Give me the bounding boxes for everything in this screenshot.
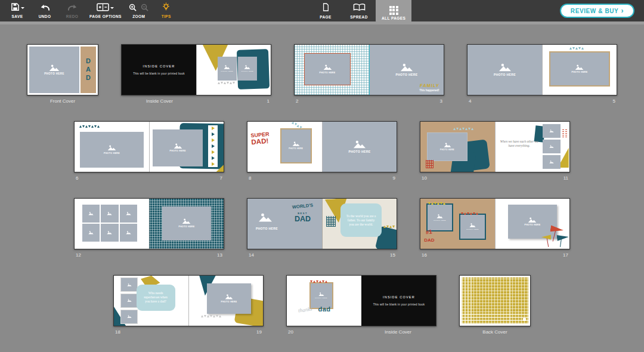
photo-placeholder[interactable]: PHOTO HERE xyxy=(153,129,203,166)
page-options-button[interactable]: PAGE OPTIONS xyxy=(86,0,125,21)
photo-placeholder[interactable]: PHOTO HERE xyxy=(207,283,251,313)
tab-all-pages[interactable]: ALL PAGES xyxy=(376,0,411,24)
page-16[interactable]: PHOTO HERE PHOTO HERE #1 DAD xyxy=(420,199,495,249)
save-button[interactable]: SAVE xyxy=(4,0,31,21)
photo-placeholder[interactable] xyxy=(543,140,561,153)
page-2[interactable]: PHOTO HERE xyxy=(295,45,369,95)
spread-pages: INSIDE COVER This will be blank in your … xyxy=(121,44,271,95)
cover-title: DAD xyxy=(85,57,92,82)
photo-placeholder-icon xyxy=(549,160,554,163)
save-icon xyxy=(11,2,20,14)
photo-placeholder[interactable]: PHOTO HERE xyxy=(467,45,542,95)
page-13[interactable]: PHOTO HERE xyxy=(149,199,224,249)
photo-placeholder[interactable] xyxy=(543,155,561,169)
zoom-out-icon[interactable] xyxy=(141,3,148,14)
page-1[interactable]: PHOTO HERE PHOTO HERE xyxy=(196,45,271,95)
page-20[interactable]: PHOTO HERE thanks dad xyxy=(287,276,361,326)
number-one-text: #1 xyxy=(425,229,432,236)
page-19[interactable]: PHOTO HERE xyxy=(188,276,263,326)
photo-placeholder[interactable]: PHOTO HERE xyxy=(304,53,351,85)
page-7[interactable]: PHOTO HERE xyxy=(149,122,224,172)
photo-placeholder[interactable]: PHOTO HERE xyxy=(459,214,486,240)
page-18[interactable]: Who needs superheroes when you have a da… xyxy=(114,276,188,326)
dad-text: DAD xyxy=(424,237,434,243)
photo-placeholder-icon xyxy=(174,143,182,149)
photo-placeholder-icon xyxy=(258,213,273,222)
redo-button[interactable]: REDO xyxy=(58,0,86,21)
tab-page-label: PAGE xyxy=(320,15,332,19)
page-11[interactable]: When we have each other we have everythi… xyxy=(495,122,569,172)
pennant-flag xyxy=(556,234,569,242)
spread-labels: 45 xyxy=(467,95,617,104)
view-tabs: PAGE SPREAD ALL PAGES xyxy=(309,0,411,24)
spread-pages: PHOTO HERE PHOTO HERE #1 DAD PHOTO HERE xyxy=(420,198,570,249)
tab-page[interactable]: PAGE xyxy=(309,0,342,21)
photo-placeholder[interactable]: PHOTO HERE xyxy=(29,47,79,93)
photo-placeholder[interactable] xyxy=(120,224,138,242)
tab-spread[interactable]: SPREAD xyxy=(342,0,376,21)
photo-placeholder[interactable] xyxy=(101,224,119,242)
banner-decor xyxy=(218,82,235,84)
photo-placeholder[interactable] xyxy=(82,205,100,223)
undo-button[interactable]: UNDO xyxy=(31,0,58,21)
page-14[interactable]: PHOTO HERE WORLD'S BEST DAD xyxy=(247,199,322,249)
photo-placeholder[interactable]: PHOTO HERE xyxy=(549,51,610,87)
page-number: 3 xyxy=(369,98,442,104)
photo-placeholder-icon xyxy=(292,141,300,146)
spread-pages: PHOTO HERE xyxy=(74,198,224,249)
photo-placeholder[interactable]: PHOTO HERE xyxy=(426,203,453,231)
page-10[interactable]: PHOTO HERE xyxy=(420,122,495,172)
page-8[interactable]: SUPER DAD! PHOTO HERE xyxy=(247,122,322,172)
photo-placeholder[interactable] xyxy=(82,224,100,242)
page-number: 10 xyxy=(422,175,495,181)
zoom-button[interactable]: ZOOM xyxy=(125,0,153,21)
page-inside-cover-front[interactable]: INSIDE COVER This will be blank in your … xyxy=(122,45,196,95)
spread-labels: 67 xyxy=(74,172,224,181)
page-12[interactable] xyxy=(75,199,149,249)
page-number: 1 xyxy=(196,98,270,104)
row-3: PHOTO HERE 1213 PHOTO HERE WORLD'S BEST … xyxy=(0,198,644,258)
spread-back-cover: Back Cover xyxy=(459,275,531,335)
spread-icon xyxy=(353,3,366,14)
photo-placeholder[interactable]: PHOTO HERE xyxy=(323,122,397,172)
page-4[interactable]: PHOTO HERE xyxy=(467,45,542,95)
back-cover-pattern xyxy=(462,277,528,324)
front-cover-page[interactable]: PHOTO HERE DAD xyxy=(27,44,98,95)
tips-label: TIPS xyxy=(162,14,171,18)
photo-placeholder-label: PHOTO HERE xyxy=(253,227,280,230)
photo-placeholder-icon xyxy=(549,145,554,148)
zoom-label: ZOOM xyxy=(132,14,145,18)
photo-placeholder[interactable] xyxy=(543,124,561,138)
photo-placeholder[interactable] xyxy=(120,205,138,223)
page-17[interactable]: PHOTO HERE xyxy=(495,199,569,249)
undo-icon xyxy=(40,3,50,14)
photo-placeholder[interactable]: PHOTO HERE xyxy=(218,57,237,81)
save-label: SAVE xyxy=(12,14,23,18)
page-inside-cover-back[interactable]: INSIDE COVER This will be blank in your … xyxy=(361,276,436,326)
photo-placeholder[interactable]: PHOTO HERE xyxy=(427,132,467,162)
page-5[interactable]: PHOTO HERE xyxy=(542,45,617,95)
page-3-selected[interactable]: PHOTO HERE FAMILY This happened! xyxy=(369,45,444,95)
back-cover-page[interactable] xyxy=(459,275,531,326)
spread-12-13: PHOTO HERE 1213 xyxy=(74,198,224,258)
tips-button[interactable]: TIPS xyxy=(153,0,180,21)
photo-placeholder[interactable] xyxy=(120,277,138,292)
red-marks-decor xyxy=(565,129,567,137)
photo-placeholder[interactable] xyxy=(120,310,138,324)
photo-placeholder[interactable] xyxy=(120,294,138,308)
page-15[interactable]: To the world you are a father. To our fa… xyxy=(322,199,397,249)
photo-placeholder[interactable]: PHOTO HERE xyxy=(280,128,312,163)
review-and-buy-button[interactable]: REVIEW & BUY › xyxy=(560,4,634,18)
page-6[interactable]: PHOTO HERE xyxy=(75,122,149,172)
page-number: 14 xyxy=(249,252,322,258)
photo-placeholder[interactable] xyxy=(101,205,119,223)
speech-bubble: To the world you are a father. To our fa… xyxy=(340,203,382,236)
photo-placeholder[interactable]: PHOTO HERE xyxy=(80,132,144,168)
photo-placeholder[interactable]: PHOTO HERE xyxy=(238,57,257,81)
page-9[interactable]: PHOTO HERE xyxy=(322,122,397,172)
zoom-in-icon[interactable] xyxy=(129,3,137,14)
photo-placeholder[interactable]: PHOTO HERE xyxy=(508,205,557,239)
spread-pages: PHOTO HERE thanks dad INSIDE COVER This … xyxy=(286,275,436,326)
photo-placeholder[interactable]: PHOTO HERE xyxy=(162,206,211,240)
spread-20-insidecover: PHOTO HERE thanks dad INSIDE COVER This … xyxy=(286,275,436,335)
